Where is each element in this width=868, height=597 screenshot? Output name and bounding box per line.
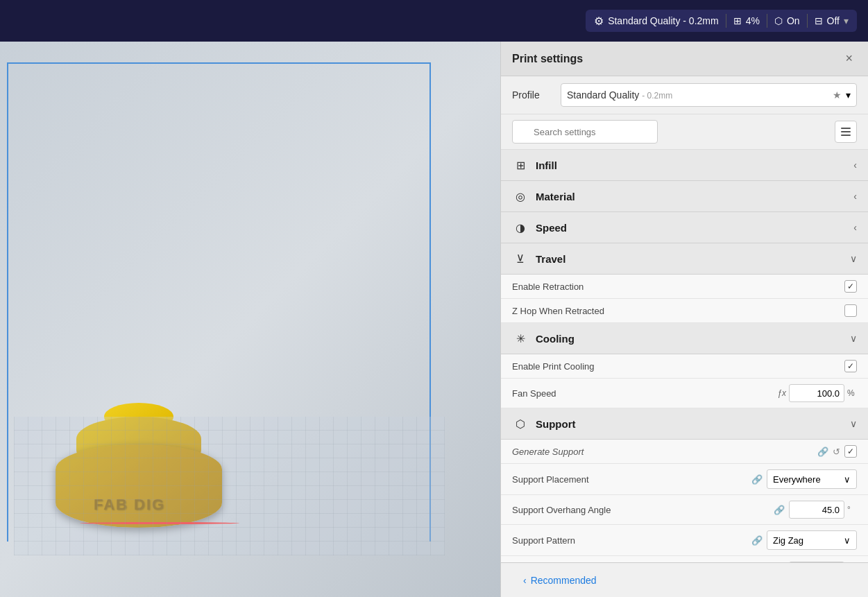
support-overhang-label: Support Overhang Angle (512, 505, 774, 515)
menu-line-3 (841, 135, 851, 136)
quality-label[interactable]: Standard Quality - 0.2mm (608, 15, 719, 26)
material-section-icon: ◎ (512, 188, 529, 205)
support-pattern-value: Zig Zag (773, 535, 803, 546)
setting-support-overhang: Support Overhang Angle 🔗 ° (501, 495, 868, 525)
generate-support-link-icon[interactable]: 🔗 (817, 447, 828, 457)
infill-icon: ⊞ (733, 15, 742, 26)
section-speed[interactable]: ◑ Speed ‹ (501, 212, 868, 243)
support-placement-link-icon[interactable]: 🔗 (751, 474, 763, 485)
profile-select[interactable]: Standard Quality - 0.2mm ★ ▾ (561, 83, 857, 107)
menu-line-2 (841, 131, 851, 132)
fan-speed-input[interactable] (789, 384, 844, 402)
support-placement-label: Support Placement (512, 474, 751, 485)
plate-icon: ⊟ (815, 15, 823, 26)
support-chevron-icon: ∨ (850, 418, 857, 429)
support-placement-chevron-icon: ∨ (844, 474, 851, 485)
setting-enable-cooling: Enable Print Cooling (501, 354, 868, 379)
infill-value[interactable]: 4% (746, 15, 760, 26)
profile-row: Profile Standard Quality - 0.2mm ★ ▾ (501, 76, 868, 114)
star-icon[interactable]: ★ (833, 89, 842, 101)
setting-support-pattern: Support Pattern 🔗 Zig Zag ∨ (501, 525, 868, 556)
speed-section-title: Speed (536, 222, 846, 234)
menu-icon-button[interactable] (835, 121, 857, 143)
setting-z-hop: Z Hop When Retracted (501, 299, 868, 323)
fan-speed-label: Fan Speed (512, 388, 777, 399)
material-chevron-icon: ‹ (853, 191, 857, 202)
enable-cooling-label: Enable Print Cooling (512, 361, 844, 372)
setting-generate-support: Generate Support 🔗 ↺ (501, 440, 868, 464)
fan-speed-fx-icon: ƒx (777, 388, 786, 398)
support-pattern-label: Support Pattern (512, 535, 751, 546)
cooling-section-title: Cooling (536, 333, 843, 345)
recommended-chevron-icon: ‹ (523, 575, 527, 586)
infill-chevron-icon: ‹ (853, 159, 857, 171)
support-placement-value: Everywhere (773, 474, 821, 485)
support-overhang-input-wrapper: ° (789, 501, 857, 519)
viewport-grid (14, 417, 445, 555)
fan-speed-input-wrapper: % (789, 384, 857, 402)
section-support[interactable]: ⬡ Support ∨ (501, 408, 868, 440)
recommended-button[interactable]: ‹ Recommended (512, 569, 608, 591)
quality-controls: ⚙ Standard Quality - 0.2mm ⊞ 4% ⬡ On ⊟ O… (586, 10, 857, 32)
top-chevron-icon[interactable]: ▾ (844, 15, 849, 26)
infill-section-title: Infill (536, 159, 846, 171)
section-infill[interactable]: ⊞ Infill ‹ (501, 150, 868, 181)
generate-support-label: Generate Support (512, 447, 817, 457)
support-section-icon: ⬡ (512, 415, 529, 432)
profile-label: Profile (512, 89, 554, 101)
section-cooling[interactable]: ✳ Cooling ∨ (501, 323, 868, 354)
setting-support-density: Support Density 🔗 % (501, 556, 868, 562)
setting-support-placement: Support Placement 🔗 Everywhere ∨ (501, 464, 868, 495)
support-overhang-unit: ° (847, 505, 857, 514)
support-overhang-link-icon[interactable]: 🔗 (774, 505, 785, 515)
bottom-bar: ‹ Recommended (501, 562, 868, 597)
travel-chevron-icon: ∨ (850, 253, 857, 264)
fan-speed-unit: % (847, 388, 857, 398)
travel-section-title: Travel (536, 253, 843, 265)
enable-cooling-checkbox[interactable] (844, 360, 857, 372)
panel-header: Print settings × (501, 42, 868, 76)
viewport: FAB DIG (0, 42, 500, 597)
travel-section-icon: ⊻ (512, 250, 529, 267)
main-content: FAB DIG Print settings × Profile Standar… (0, 42, 868, 597)
setting-fan-speed: Fan Speed ƒx % (501, 379, 868, 408)
support-overhang-input[interactable] (789, 501, 844, 519)
menu-line-1 (841, 128, 851, 129)
search-input[interactable] (512, 120, 658, 144)
support-pattern-dropdown[interactable]: Zig Zag ∨ (767, 530, 857, 550)
section-material[interactable]: ◎ Material ‹ (501, 181, 868, 212)
z-hop-label: Z Hop When Retracted (512, 306, 844, 316)
speed-chevron-icon: ‹ (853, 222, 857, 233)
setting-enable-retraction: Enable Retraction (501, 275, 868, 299)
generate-support-reset-icon[interactable]: ↺ (833, 447, 840, 457)
close-button[interactable]: × (841, 50, 857, 67)
section-travel[interactable]: ⊻ Travel ∨ (501, 243, 868, 275)
z-hop-checkbox[interactable] (844, 304, 857, 317)
infill-section-icon: ⊞ (512, 157, 529, 173)
generate-support-checkbox[interactable] (844, 445, 857, 458)
print-settings-panel: Print settings × Profile Standard Qualit… (500, 42, 868, 597)
recommended-label: Recommended (531, 575, 597, 586)
material-section-title: Material (536, 191, 846, 202)
profile-version: - 0.2mm (642, 91, 672, 101)
support-placement-dropdown[interactable]: Everywhere ∨ (767, 469, 857, 489)
enable-retraction-checkbox[interactable] (844, 280, 857, 293)
support-section-title: Support (536, 418, 843, 430)
enable-retraction-label: Enable Retraction (512, 282, 844, 292)
profile-chevron-icon[interactable]: ▾ (846, 89, 851, 101)
plate-value[interactable]: Off (827, 15, 840, 26)
search-wrapper: 🔍 (512, 120, 829, 144)
profile-name: Standard Quality (567, 89, 639, 101)
top-bar: ⚙ Standard Quality - 0.2mm ⊞ 4% ⬡ On ⊟ O… (0, 0, 868, 42)
cooling-section-icon: ✳ (512, 330, 529, 347)
search-row: 🔍 (501, 114, 868, 150)
support-pattern-chevron-icon: ∨ (844, 535, 851, 546)
support-pattern-link-icon[interactable]: 🔗 (751, 535, 763, 546)
speed-section-icon: ◑ (512, 219, 529, 236)
settings-list: ⊞ Infill ‹ ◎ Material ‹ ◑ Speed ‹ ⊻ Trav… (501, 150, 868, 562)
panel-title: Print settings (512, 53, 583, 65)
cooling-chevron-icon: ∨ (850, 333, 857, 344)
support-icon: ⬡ (774, 15, 783, 26)
support-value[interactable]: On (787, 15, 800, 26)
sliders-icon: ⚙ (594, 15, 604, 28)
